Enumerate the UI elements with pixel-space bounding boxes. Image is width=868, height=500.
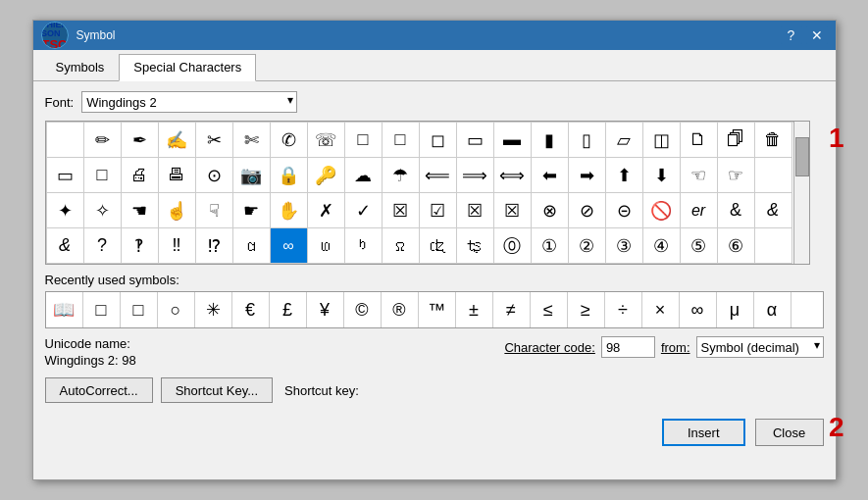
symbol-cell[interactable]: ⑤ <box>681 228 718 264</box>
symbol-cell[interactable]: ‼ <box>159 228 196 264</box>
recent-symbol[interactable]: ÷ <box>605 292 642 327</box>
tab-special-characters[interactable]: Special Characters <box>119 54 256 81</box>
symbol-cell[interactable]: ④ <box>643 228 681 264</box>
symbol-cell[interactable]: ◫ <box>643 123 681 158</box>
symbol-cell[interactable]: ☑ <box>420 193 457 228</box>
symbol-cell[interactable]: ☟ <box>196 193 233 228</box>
tab-symbols[interactable]: Symbols <box>41 54 120 80</box>
symbol-cell[interactable]: ꭜ <box>345 228 383 264</box>
close-title-button[interactable]: ✕ <box>806 26 828 44</box>
recent-symbol[interactable]: ∞ <box>680 292 717 327</box>
symbol-cell[interactable]: ☒ <box>494 193 532 228</box>
symbol-cell[interactable] <box>755 158 792 193</box>
symbol-cell[interactable]: ⁉ <box>196 228 233 264</box>
symbol-cell[interactable]: & <box>718 193 755 228</box>
symbol-cell[interactable]: 🗑 <box>755 123 792 158</box>
symbol-cell[interactable] <box>47 123 84 158</box>
shortcut-key-button[interactable]: Shortcut Key... <box>161 377 273 403</box>
symbol-cell[interactable]: ③ <box>606 228 643 264</box>
symbol-cell[interactable]: ‽ <box>122 228 159 264</box>
symbol-cell[interactable]: ⟸ <box>420 158 457 193</box>
recent-symbol[interactable]: α <box>754 292 791 327</box>
symbol-cell[interactable]: ☜ <box>681 158 718 193</box>
symbol-cell[interactable]: ☝ <box>159 193 196 228</box>
recent-symbol[interactable]: × <box>642 292 680 327</box>
symbol-cell[interactable]: ꭥ <box>383 228 420 264</box>
symbol-cell[interactable]: ☛ <box>233 193 271 228</box>
recent-symbol[interactable]: μ <box>717 292 754 327</box>
symbol-cell[interactable]: ⊘ <box>569 193 606 228</box>
symbol-cell[interactable]: ⑥ <box>718 228 755 264</box>
symbol-cell[interactable]: er <box>681 193 718 228</box>
symbol-cell[interactable]: ✒ <box>122 123 159 158</box>
symbol-cell[interactable]: 📷 <box>233 158 271 193</box>
recent-symbol[interactable]: ® <box>382 292 419 327</box>
symbol-cell[interactable]: & <box>47 228 84 264</box>
recent-symbol[interactable]: □ <box>121 292 158 327</box>
symbol-cell[interactable]: ⟹ <box>457 158 494 193</box>
symbol-cell[interactable]: ☒ <box>457 193 494 228</box>
symbol-cell[interactable]: 🖨 <box>122 158 159 193</box>
symbol-cell[interactable]: ꭣ <box>308 228 345 264</box>
symbol-cell[interactable]: & <box>755 193 792 228</box>
close-button[interactable]: Close <box>755 419 824 446</box>
symbol-cell[interactable]: ▱ <box>606 123 643 158</box>
symbol-cell[interactable]: ⓪ <box>494 228 532 264</box>
recent-symbol[interactable]: ≤ <box>531 292 568 327</box>
symbol-cell[interactable]: □ <box>84 158 122 193</box>
symbol-cell[interactable]: ⬆ <box>606 158 643 193</box>
symbol-cell[interactable]: 🖶 <box>159 158 196 193</box>
symbol-cell[interactable]: ☁ <box>345 158 383 193</box>
recent-symbol[interactable]: £ <box>270 292 307 327</box>
symbol-cell[interactable]: ✆ <box>271 123 308 158</box>
recent-symbol[interactable]: ✳ <box>195 292 232 327</box>
font-select[interactable]: Wingdings 2 <box>81 91 297 113</box>
symbol-cell[interactable]: 🗍 <box>718 123 755 158</box>
symbol-cell[interactable]: 🔑 <box>308 158 345 193</box>
symbol-cell[interactable]: ꭦ <box>420 228 457 264</box>
symbol-cell[interactable]: ◻ <box>420 123 457 158</box>
symbol-cell[interactable]: ? <box>84 228 122 264</box>
recent-symbol[interactable]: □ <box>83 292 121 327</box>
symbol-cell[interactable]: ☂ <box>383 158 420 193</box>
symbol-cell[interactable]: ☒ <box>383 193 420 228</box>
symbol-cell[interactable]: ▭ <box>457 123 494 158</box>
symbol-cell[interactable]: ✍ <box>159 123 196 158</box>
symbol-cell[interactable]: ✏ <box>84 123 122 158</box>
symbol-cell[interactable]: ✧ <box>84 193 122 228</box>
symbol-cell-selected[interactable]: ∞ <box>271 228 308 264</box>
symbol-cell[interactable]: ▭ <box>47 158 84 193</box>
symbol-cell[interactable]: 🚫 <box>643 193 681 228</box>
symbol-cell[interactable]: ✄ <box>233 123 271 158</box>
symbol-cell[interactable]: □ <box>383 123 420 158</box>
symbol-cell[interactable]: ⬅ <box>532 158 569 193</box>
symbol-cell[interactable]: ✂ <box>196 123 233 158</box>
symbol-cell[interactable]: ✓ <box>345 193 383 228</box>
symbol-cell[interactable]: ⊙ <box>196 158 233 193</box>
symbol-cell[interactable]: □ <box>345 123 383 158</box>
symbol-cell[interactable] <box>755 228 792 264</box>
help-button[interactable]: ? <box>781 26 802 44</box>
symbol-cell[interactable]: ➡ <box>569 158 606 193</box>
symbol-cell[interactable]: ✋ <box>271 193 308 228</box>
recent-symbol[interactable]: 📖 <box>46 292 83 327</box>
symbol-cell[interactable]: ☚ <box>122 193 159 228</box>
symbol-cell[interactable]: ☞ <box>718 158 755 193</box>
symbol-cell[interactable]: ⟺ <box>494 158 532 193</box>
symbol-cell[interactable]: ✗ <box>308 193 345 228</box>
symbol-cell[interactable]: ▬ <box>494 123 532 158</box>
symbol-cell[interactable]: ⬇ <box>643 158 681 193</box>
recent-symbol[interactable]: ± <box>456 292 493 327</box>
recent-symbol[interactable]: ™ <box>419 292 456 327</box>
recent-symbol[interactable]: ≥ <box>568 292 605 327</box>
symbol-cell[interactable]: ▯ <box>569 123 606 158</box>
recent-symbol[interactable]: ≠ <box>493 292 531 327</box>
insert-button[interactable]: Insert <box>662 419 745 446</box>
symbol-cell[interactable]: ▮ <box>532 123 569 158</box>
symbol-cell[interactable]: ꭧ <box>457 228 494 264</box>
symbol-cell[interactable]: 🗋 <box>681 123 718 158</box>
symbol-cell[interactable]: ꭤ <box>233 228 271 264</box>
symbol-cell[interactable]: 🔒 <box>271 158 308 193</box>
charcode-input[interactable] <box>601 336 655 358</box>
symbol-cell[interactable]: ✦ <box>47 193 84 228</box>
